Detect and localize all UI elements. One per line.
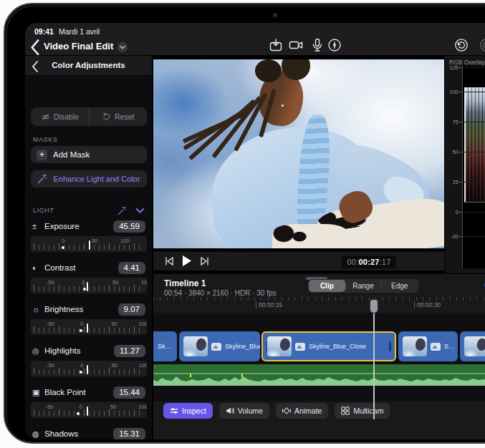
import-icon[interactable] xyxy=(269,38,283,52)
collapse-chevron-icon[interactable] xyxy=(135,206,145,215)
ruler-origin-dot xyxy=(77,412,80,415)
mode-clip[interactable]: Clip xyxy=(309,280,345,292)
screen: 09:41 Mardi 1 avril Video Final Edit xyxy=(25,23,485,439)
slider-ruler[interactable]: 050100 xyxy=(31,236,147,252)
ruler-number: 0 xyxy=(80,362,83,369)
masks-section-label: MASKS xyxy=(33,136,58,143)
inspect-button[interactable]: Inspect xyxy=(163,403,213,419)
skip-forward-icon[interactable] xyxy=(201,256,209,266)
scope-axis-label: 120 xyxy=(446,64,458,71)
animate-button[interactable]: Animate xyxy=(276,403,329,419)
video-frame xyxy=(153,59,444,248)
clip[interactable] xyxy=(460,331,485,361)
enhance-light-color-button[interactable]: Enhance Light and Color xyxy=(31,170,147,188)
add-mask-label: Add Mask xyxy=(53,150,90,159)
slider-value[interactable]: 15.44 xyxy=(113,386,145,399)
disable-button[interactable]: Disable xyxy=(31,107,89,126)
slider-label: Brightness xyxy=(44,305,83,313)
timeline-title: Timeline 1 xyxy=(164,278,206,288)
timecode-frames: :17 xyxy=(380,258,391,266)
audio-waveform xyxy=(153,374,485,386)
edit-mode-segmented-control: ClipRangeEdge xyxy=(308,279,418,293)
project-title[interactable]: Video Final Edit xyxy=(44,41,113,52)
scope-plot xyxy=(462,66,485,268)
rgb-overlay-scope: RGB Overlay 1201007550250-20 xyxy=(444,56,485,273)
slider-value[interactable]: 11.27 xyxy=(114,345,145,357)
auto-enhance-icon[interactable] xyxy=(117,206,127,215)
slider-thumb[interactable] xyxy=(89,240,90,250)
slider-ruler[interactable]: -50050100 xyxy=(31,278,147,293)
clip-sk[interactable]: Sk… xyxy=(153,331,177,361)
ruler-number: 50 xyxy=(112,279,118,286)
plus-minus-icon: ± xyxy=(32,222,44,230)
scope-gridline xyxy=(462,182,485,182)
scope-axis-tick xyxy=(459,67,462,68)
slider-thumb[interactable] xyxy=(87,365,88,374)
play-icon[interactable] xyxy=(182,255,192,267)
slider-value[interactable]: 4.41 xyxy=(118,262,145,274)
waveform-baseline xyxy=(464,202,485,203)
slider-ruler[interactable]: -50050100 xyxy=(31,361,147,376)
ruler-number: 0 xyxy=(82,279,85,286)
status-time: 09:41 xyxy=(34,27,54,36)
reset-button[interactable]: Reset xyxy=(89,107,148,126)
slider-row-exposure: ±Exposure45.59050100 xyxy=(31,219,147,252)
slider-value[interactable]: 45.59 xyxy=(113,220,145,233)
skip-back-icon[interactable] xyxy=(165,256,173,266)
disable-label: Disable xyxy=(54,112,79,121)
slider-value[interactable]: 9.07 xyxy=(118,303,145,316)
top-toolbar: 09:41 Mardi 1 avril Video Final Edit xyxy=(25,23,485,56)
inspect-icon xyxy=(170,406,178,415)
title-dropdown-icon[interactable] xyxy=(117,42,128,52)
front-camera xyxy=(273,13,278,18)
ruler-timecode-label: 00:00:30 xyxy=(414,301,441,308)
ruler-number: 50 xyxy=(92,238,97,244)
undo-icon[interactable] xyxy=(454,38,469,52)
status-date: Mardi 1 avril xyxy=(59,27,100,36)
slider-value[interactable]: 15.31 xyxy=(113,428,145,440)
ruler-number: 50 xyxy=(111,362,117,369)
mode-edge[interactable]: Edge xyxy=(381,280,418,292)
microphone-icon[interactable] xyxy=(310,38,325,52)
clip-skyline_blue_wide[interactable]: Skyline_Blue_Wide xyxy=(179,331,260,361)
waveform-edge-line xyxy=(464,87,466,202)
timeline-meta: 00:54 · 3840 × 2160 · HDR · 30 fps xyxy=(164,289,276,297)
video-preview xyxy=(153,56,444,251)
slider-thumb[interactable] xyxy=(87,282,88,291)
audio-track[interactable] xyxy=(153,364,485,386)
person-hair-bun xyxy=(255,59,282,82)
pencil-draw-icon[interactable] xyxy=(327,38,342,52)
timeline-ruler[interactable]: 00:00:1500:00:30 xyxy=(153,297,485,311)
camera-icon[interactable] xyxy=(289,38,303,52)
add-mask-button[interactable]: + Add Mask xyxy=(31,146,147,163)
mode-range[interactable]: Range xyxy=(345,280,382,292)
clip-skyline_blue_close[interactable]: Skyline_Blue_Close xyxy=(261,331,396,361)
clip-thumbnail xyxy=(464,336,485,356)
reset-icon xyxy=(102,112,111,122)
trim-handle-right[interactable] xyxy=(389,341,391,351)
person-pants xyxy=(272,224,348,248)
volume-icon xyxy=(226,406,234,415)
scope-gridline xyxy=(462,212,485,213)
tool-label: Volume xyxy=(238,406,263,415)
slider-thumb[interactable] xyxy=(87,323,88,333)
ipad-screenshot: 09:41 Mardi 1 avril Video Final Edit xyxy=(0,0,485,448)
ruler-number: 0 xyxy=(80,404,82,410)
slider-ruler[interactable]: -50050100 xyxy=(31,319,147,335)
volume-button[interactable]: Volume xyxy=(219,403,269,419)
slider-row-brightness: ☼Brightness9.07-50050100 xyxy=(31,302,147,335)
clip-s[interactable]: S… xyxy=(398,331,458,361)
slider-row-highlights: ◎Highlights11.27-50050100 xyxy=(31,344,147,376)
redo-icon[interactable] xyxy=(479,38,485,52)
slider-ruler[interactable]: -50050100 xyxy=(31,402,147,418)
light-sliders-list: ±Exposure45.59050100◐Contrast4.41-500501… xyxy=(31,219,147,439)
back-icon[interactable] xyxy=(30,39,40,51)
magic-wand-icon xyxy=(37,174,47,184)
multicam-button[interactable]: Multicam xyxy=(335,403,390,419)
slider-label: Black Point xyxy=(44,388,86,396)
slider-thumb[interactable] xyxy=(87,406,88,416)
slider-row-contrast: ◐Contrast4.41-50050100 xyxy=(31,260,147,293)
playhead-handle[interactable] xyxy=(370,299,378,313)
ruler-origin-dot xyxy=(80,371,82,374)
slider-row-black-point: ▣Black Point15.44-50050100 xyxy=(31,385,147,418)
